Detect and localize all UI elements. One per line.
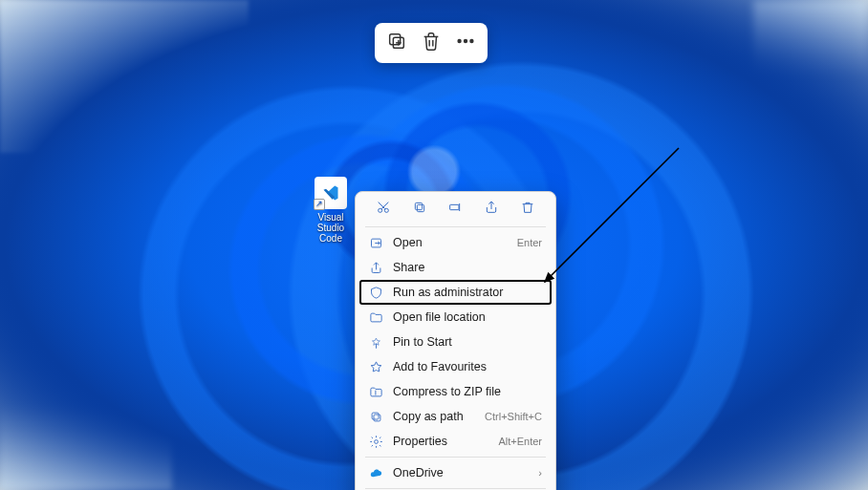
svg-point-8: [470, 40, 473, 43]
svg-rect-12: [415, 202, 422, 209]
menu-item-label: Add to Favourites: [393, 360, 542, 373]
share-icon: [369, 261, 383, 275]
desktop-icon-vscode[interactable]: ↗ Visual Studio Code: [310, 177, 352, 244]
menu-item-shortcut: Enter: [517, 237, 542, 248]
star-icon: [369, 360, 383, 374]
svg-point-9: [379, 208, 382, 212]
menu-item-pin-to-start[interactable]: Pin to Start: [356, 330, 555, 354]
separator: [365, 457, 546, 458]
vscode-tile: ↗: [315, 177, 347, 209]
share-icon[interactable]: [484, 200, 499, 218]
cloud-icon: [369, 466, 383, 480]
chevron-right-icon: ›: [538, 467, 542, 479]
menu-item-copy-as-path[interactable]: Copy as path Ctrl+Shift+C: [356, 404, 555, 429]
menu-item-shortcut: Alt+Enter: [498, 436, 542, 447]
menu-item-run-as-admin[interactable]: Run as administrator: [359, 280, 552, 305]
copypath-icon: [369, 410, 383, 424]
rename-icon[interactable]: [447, 200, 463, 218]
menu-item-label: Compress to ZIP file: [393, 385, 542, 398]
shortcut-arrow-icon: ↗: [314, 199, 325, 210]
menu-item-properties[interactable]: Properties Alt+Enter: [356, 429, 555, 454]
menu-item-open-file-location[interactable]: Open file location: [356, 305, 555, 330]
menu-item-label: Run as administrator: [393, 286, 542, 299]
menu-item-label: Open: [393, 236, 517, 249]
desktop-icon-label: Visual Studio Code: [310, 212, 352, 244]
menu-item-label: Copy as path: [393, 410, 485, 423]
context-menu: Open Enter Share Run as administrator Op…: [355, 191, 556, 490]
menu-item-share[interactable]: Share: [356, 255, 555, 280]
shield-icon: [369, 286, 383, 300]
trash-icon[interactable]: [421, 31, 442, 55]
svg-point-6: [458, 40, 461, 43]
menu-item-label: Share: [393, 261, 542, 274]
menu-item-label: Open file location: [393, 310, 542, 324]
menu-item-onedrive[interactable]: OneDrive ›: [356, 460, 555, 485]
svg-rect-19: [374, 415, 380, 421]
svg-rect-18: [372, 413, 379, 419]
menu-item-shortcut: Ctrl+Shift+C: [485, 411, 542, 422]
menu-item-compress-zip[interactable]: Compress to ZIP file: [356, 379, 555, 404]
svg-point-7: [465, 40, 467, 43]
menu-item-add-to-favourites[interactable]: Add to Favourites: [356, 354, 555, 379]
svg-point-20: [375, 439, 379, 443]
more-icon[interactable]: [455, 31, 476, 55]
pin-icon: [369, 335, 383, 350]
svg-rect-11: [417, 204, 423, 211]
folder-icon: [369, 310, 383, 325]
separator: [365, 226, 546, 227]
menu-item-label: OneDrive: [393, 466, 538, 479]
annotation-toolbar: [375, 23, 488, 63]
delete-icon[interactable]: [520, 200, 535, 218]
menu-item-label: Pin to Start: [393, 335, 542, 349]
menu-item-label: Properties: [393, 435, 498, 448]
copy-add-icon[interactable]: [386, 31, 407, 55]
separator: [365, 488, 546, 489]
svg-rect-13: [450, 204, 459, 209]
menu-item-open[interactable]: Open Enter: [356, 230, 555, 255]
cut-icon[interactable]: [376, 200, 391, 218]
open-icon: [369, 236, 383, 250]
copy-icon[interactable]: [412, 200, 427, 218]
properties-icon: [369, 435, 383, 449]
svg-point-10: [384, 208, 388, 212]
zip-icon: [369, 385, 383, 399]
context-menu-top-row: [356, 198, 555, 224]
